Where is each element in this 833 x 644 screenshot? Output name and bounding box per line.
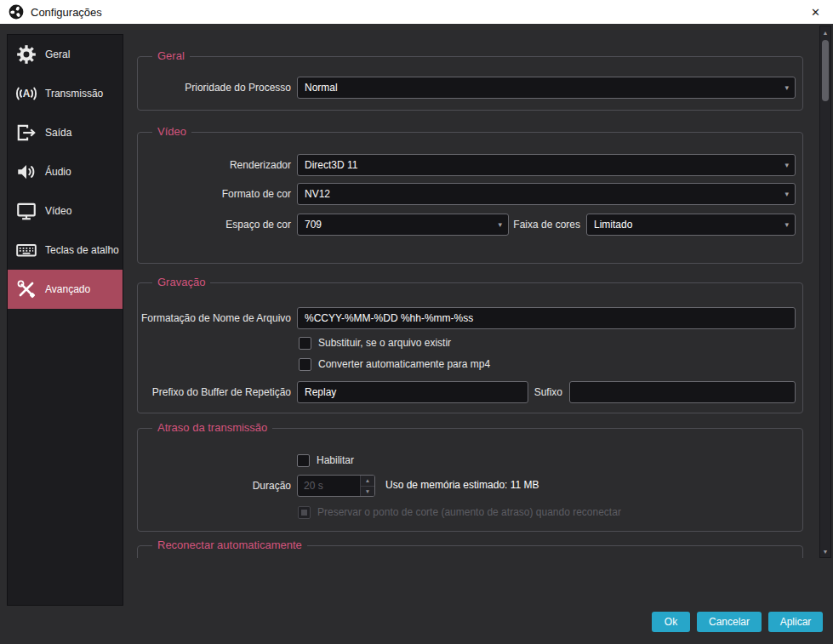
- group-general: Geral Prioridade do Processo Normal ▾: [137, 56, 803, 111]
- settings-scroll-area: Geral Prioridade do Processo Normal ▾ Ví…: [130, 26, 811, 558]
- filename-format-input[interactable]: [297, 307, 796, 329]
- process-priority-label: Prioridade do Processo: [138, 77, 291, 99]
- audio-icon: [15, 161, 37, 183]
- color-format-select[interactable]: NV12 ▾: [297, 183, 796, 205]
- sidebar-item-video[interactable]: Vídeo: [8, 191, 123, 231]
- scroll-down-icon: ▼: [823, 549, 829, 555]
- chevron-down-icon: ▾: [785, 162, 789, 169]
- group-auto-reconnect-title: Reconectar automaticamente: [152, 539, 307, 551]
- filename-format-label: Formatação de Nome de Arquivo: [131, 307, 291, 329]
- group-video-title: Vídeo: [152, 125, 191, 138]
- checkbox-fill: [301, 510, 307, 516]
- renderer-label: Renderizador: [138, 154, 291, 176]
- duration-input[interactable]: [298, 476, 360, 496]
- process-priority-select[interactable]: Normal ▾: [297, 77, 796, 99]
- sidebar-item-avancado[interactable]: Avançado: [8, 270, 123, 309]
- remux-checkbox-label: Converter automaticamente para mp4: [318, 358, 490, 370]
- spin-down-icon: ▼: [365, 488, 370, 494]
- color-space-select[interactable]: 709 ▾: [297, 214, 509, 236]
- window-title: Configurações: [31, 6, 102, 19]
- delay-duration-label: Duração: [138, 475, 291, 497]
- renderer-select[interactable]: Direct3D 11 ▾: [297, 154, 796, 176]
- chevron-down-icon: ▾: [498, 221, 502, 229]
- display-icon: [15, 200, 37, 222]
- color-format-value: NV12: [305, 188, 330, 200]
- gear-icon: [15, 43, 37, 66]
- scroll-up-button[interactable]: ▲: [820, 26, 830, 38]
- keyboard-icon: [15, 239, 37, 261]
- preserve-cutoff-checkbox-label: Preservar o ponto de corte (aumento de a…: [317, 506, 621, 518]
- sidebar-item-teclas-de-atalho[interactable]: Teclas de atalho: [8, 231, 123, 270]
- obs-logo-icon: [9, 4, 24, 20]
- preserve-cutoff-checkbox[interactable]: [298, 506, 311, 519]
- output-icon: [15, 122, 37, 144]
- sidebar-item-label: Teclas de atalho: [45, 244, 119, 256]
- color-format-label: Formato de cor: [138, 183, 291, 205]
- duration-spinbox[interactable]: ▲ ▼: [297, 475, 375, 497]
- group-recording-title: Gravação: [152, 276, 210, 288]
- duration-increase-button[interactable]: ▲: [361, 476, 374, 486]
- tools-icon: [15, 278, 37, 300]
- broadcast-icon: A: [15, 83, 37, 105]
- sidebar-item-label: Transmissão: [45, 88, 103, 100]
- delay-enable-checkbox[interactable]: [297, 454, 310, 467]
- scroll-down-button[interactable]: ▼: [820, 545, 830, 557]
- sidebar-item-transmissao[interactable]: A Transmissão: [8, 74, 123, 113]
- sidebar-item-label: Saída: [45, 127, 71, 139]
- ok-button[interactable]: Ok: [652, 612, 690, 632]
- process-priority-value: Normal: [305, 82, 338, 94]
- settings-window: Configurações ✕ Geral: [0, 0, 833, 644]
- replay-prefix-input[interactable]: [297, 381, 528, 403]
- group-auto-reconnect: Reconectar automaticamente: [137, 545, 803, 558]
- sidebar: Geral A Transmissão: [7, 34, 123, 606]
- sidebar-item-geral[interactable]: Geral: [8, 35, 123, 74]
- group-stream-delay: Atraso da transmissão Habilitar Duração …: [137, 428, 803, 532]
- color-range-select[interactable]: Limitado ▾: [586, 214, 796, 236]
- delay-enable-checkbox-row: Habilitar: [297, 453, 354, 467]
- chevron-down-icon: ▾: [785, 84, 789, 92]
- renderer-value: Direct3D 11: [305, 159, 357, 171]
- cancel-button[interactable]: Cancelar: [697, 612, 762, 632]
- sidebar-item-label: Áudio: [45, 166, 71, 178]
- apply-button[interactable]: Aplicar: [768, 612, 823, 632]
- sidebar-item-audio[interactable]: Áudio: [8, 152, 123, 191]
- color-space-label: Espaço de cor: [138, 214, 291, 236]
- overwrite-checkbox[interactable]: [299, 337, 311, 350]
- sidebar-item-label: Geral: [45, 48, 70, 60]
- spin-buttons: ▲ ▼: [360, 476, 374, 496]
- scrollbar-thumb[interactable]: [822, 40, 829, 101]
- replay-prefix-label: Prefixo do Buffer de Repetição: [131, 381, 291, 403]
- scroll-up-icon: ▲: [823, 30, 829, 36]
- replay-suffix-input[interactable]: [569, 381, 796, 403]
- overwrite-checkbox-label: Substituir, se o arquivo existir: [318, 337, 451, 349]
- color-range-value: Limitado: [594, 219, 632, 231]
- close-button[interactable]: ✕: [807, 6, 824, 19]
- preserve-cutoff-checkbox-row: Preservar o ponto de corte (aumento de a…: [298, 505, 621, 519]
- group-recording: Gravação Formatação de Nome de Arquivo S…: [137, 282, 803, 413]
- chevron-down-icon: ▾: [785, 191, 789, 198]
- memory-usage-text: Uso de memória estimado: 11 MB: [385, 475, 539, 496]
- duration-decrease-button[interactable]: ▼: [361, 486, 374, 497]
- sidebar-item-label: Avançado: [45, 283, 90, 295]
- spin-up-icon: ▲: [365, 477, 370, 483]
- sidebar-item-saida[interactable]: Saída: [8, 113, 123, 152]
- group-video: Vídeo Renderizador Direct3D 11 ▾ Formato…: [137, 132, 803, 264]
- group-general-title: Geral: [152, 49, 190, 62]
- sidebar-item-label: Vídeo: [45, 205, 71, 217]
- group-stream-delay-title: Atraso da transmissão: [152, 421, 272, 434]
- chevron-down-icon: ▾: [785, 221, 789, 229]
- remux-checkbox-row: Converter automaticamente para mp4: [299, 357, 490, 371]
- remux-checkbox[interactable]: [299, 358, 311, 371]
- color-range-label: Faixa de cores: [504, 214, 580, 236]
- overwrite-checkbox-row: Substituir, se o arquivo existir: [299, 336, 451, 350]
- color-space-value: 709: [305, 219, 322, 231]
- scrollbar[interactable]: ▲ ▼: [819, 26, 831, 558]
- titlebar: Configurações ✕: [0, 0, 833, 24]
- svg-text:A: A: [23, 88, 31, 100]
- delay-enable-checkbox-label: Habilitar: [317, 454, 354, 466]
- replay-suffix-label: Sufixo: [522, 381, 562, 403]
